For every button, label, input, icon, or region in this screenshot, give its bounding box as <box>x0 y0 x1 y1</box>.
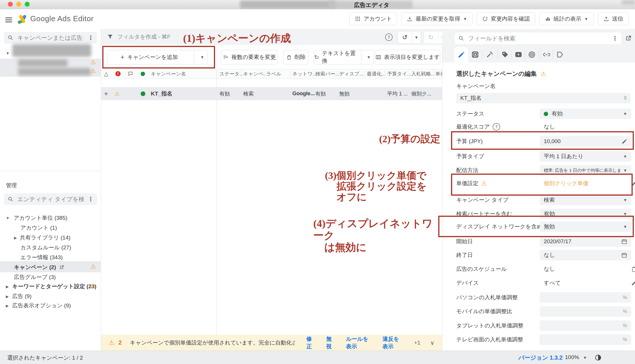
budget-type-dropdown[interactable]: 平均 1 日あたり ▼ <box>540 151 631 162</box>
undo-icon[interactable]: ↺ <box>398 31 412 44</box>
view-stats-button[interactable]: 統計の表示 ▼ <box>539 12 594 25</box>
header-comment-icon[interactable] <box>128 69 133 78</box>
chevron-down-icon[interactable]: ▼ <box>364 55 373 60</box>
undo-history-icon[interactable]: ▼ <box>412 31 421 44</box>
more-options-icon[interactable]: ⋮ <box>612 35 618 41</box>
maximize-window-button[interactable] <box>25 2 30 7</box>
header-search-partners[interactable]: 検索パー... <box>315 69 339 78</box>
display-network-dropdown[interactable]: 無効 ▼ <box>540 221 631 232</box>
status-dropdown[interactable]: 有効 ▼ <box>540 109 631 119</box>
add-campaign-button[interactable]: + キャンペーンを追加 ▼ <box>107 50 208 64</box>
entity-type-search-input[interactable] <box>17 196 84 203</box>
tree-item-ad-groups[interactable]: 広告グループ (3) <box>14 273 56 281</box>
menu-icon[interactable] <box>5 16 12 24</box>
pencil-icon[interactable] <box>631 181 635 186</box>
mobile-bid-adj-input[interactable]: % <box>540 306 631 317</box>
tab-targeting-icon[interactable] <box>528 51 536 58</box>
row-expand-icon[interactable]: + <box>104 87 108 100</box>
tree-item-account-level[interactable]: ▼ アカウント単位 (385) <box>6 214 67 222</box>
chevron-down-icon[interactable]: ▼ <box>197 55 208 60</box>
entity-type-search[interactable]: ⋮ <box>4 193 97 205</box>
campaign-type-dropdown[interactable]: 検索 ▼ <box>540 195 631 205</box>
open-in-new-icon[interactable] <box>59 265 64 270</box>
chevron-down-icon[interactable]: ▼ <box>463 17 467 21</box>
tree-item-account[interactable]: アカウント (1) <box>20 224 57 232</box>
change-columns-button[interactable]: 表示項目を変更します <box>375 50 440 64</box>
header-error-icon[interactable]: ! <box>115 69 121 78</box>
bidding-value-link[interactable]: 個別クリック単価 <box>540 180 631 187</box>
header-label[interactable]: ラベル <box>266 69 281 78</box>
header-changed-icon[interactable]: △ <box>104 69 108 78</box>
tab-labels-icon[interactable] <box>501 51 509 58</box>
tab-tools-wand-icon[interactable] <box>486 51 493 58</box>
pencil-icon[interactable] <box>631 280 635 286</box>
more-warnings-badge[interactable]: +1 <box>414 340 421 346</box>
header-optimization[interactable]: 最適化... <box>367 69 386 78</box>
header-campaign-name[interactable]: キャンペーン名 <box>151 69 186 78</box>
check-changes-button[interactable]: 変更内容を確認 <box>477 12 535 25</box>
campaign-search[interactable]: ⋮ <box>4 32 97 44</box>
more-options-icon[interactable]: ⋮ <box>88 35 94 41</box>
get-recent-changes-button[interactable]: 最新の変更を取得 ▼ <box>401 12 473 25</box>
header-status[interactable]: ステータ... <box>219 69 244 78</box>
ignore-link[interactable]: 無視 <box>326 335 334 350</box>
header-budget-type[interactable]: 予算タイ... <box>387 69 411 78</box>
pencil-icon[interactable] <box>622 139 627 144</box>
calendar-icon[interactable] <box>621 252 627 258</box>
collapse-warnings-icon[interactable]: ∨ <box>430 339 434 346</box>
accounts-button[interactable]: アカウント <box>349 12 397 25</box>
minimize-window-button[interactable] <box>16 2 21 7</box>
tab-tag-icon[interactable] <box>556 51 564 58</box>
tv-bid-adj-input[interactable]: % <box>540 334 631 345</box>
help-icon[interactable]: ? <box>493 123 500 131</box>
end-date-input[interactable]: なし <box>540 250 631 260</box>
row-campaign-name[interactable]: KT_指名 <box>151 87 172 100</box>
tree-item-campaigns[interactable]: キャンペーン (2) <box>14 264 64 271</box>
replace-text-button[interactable]: ↻ テキストを置換 ▼ <box>314 50 374 64</box>
edit-multiple-button[interactable]: 複数の要素を変更 <box>221 50 278 64</box>
start-date-input[interactable]: 2020/07/17 <box>540 236 631 247</box>
tree-item-error-info[interactable]: エラー情報 (343) <box>20 254 63 261</box>
zoom-control[interactable]: 100% ▼ <box>565 354 587 361</box>
header-display[interactable]: ディスプ... <box>339 69 364 78</box>
tree-item-custom-rules[interactable]: カスタムルール (27) <box>20 244 71 251</box>
campaign-search-input[interactable] <box>17 34 84 42</box>
search-partners-dropdown[interactable]: 有効 ▼ <box>540 209 631 219</box>
tree-expand-icon[interactable]: ▶ <box>6 304 9 308</box>
tablet-bid-adj-input[interactable]: % <box>540 320 631 331</box>
open-in-new-icon[interactable] <box>625 35 632 42</box>
dark-mode-toggle-icon[interactable] <box>595 354 602 361</box>
field-search[interactable]: ⋮ <box>455 33 621 44</box>
tab-media-icon[interactable] <box>515 51 522 58</box>
field-search-input[interactable] <box>468 35 609 42</box>
tree-expand-icon[interactable]: ▶ <box>6 294 9 299</box>
filter-icon[interactable] <box>107 34 113 40</box>
show-rules-link[interactable]: ルールを表示 <box>346 335 371 350</box>
tree-item-shared-library[interactable]: ▶ 共有ライブラリ (14) <box>14 234 70 242</box>
close-window-button[interactable] <box>8 2 13 7</box>
header-bid-strategy[interactable]: 入札戦略... <box>411 69 435 78</box>
tree-expand-icon[interactable]: ▶ <box>14 236 17 240</box>
more-options-icon[interactable]: ⋮ <box>88 196 94 202</box>
desktop-bid-adj-input[interactable]: % <box>540 292 631 303</box>
tree-expand-icon[interactable]: ▶ <box>6 284 9 289</box>
delete-button[interactable]: 削除 <box>283 50 308 64</box>
tree-item-ad-extensions[interactable]: ▶ 広告表示オプション (9) <box>6 302 71 309</box>
tab-edit[interactable] <box>454 47 468 62</box>
clipboard-icon[interactable] <box>631 266 635 272</box>
tab-bid-adjustments-icon[interactable] <box>471 51 479 58</box>
create-filter-label[interactable]: フィルタを作成 - ⌘F <box>117 33 171 41</box>
show-violations-link[interactable]: 違反を表示 <box>382 335 403 350</box>
tree-collapse-icon[interactable]: ▼ <box>6 51 10 55</box>
fix-link[interactable]: 修正 <box>306 335 314 350</box>
post-button[interactable]: 送信 <box>598 12 629 25</box>
version-link[interactable]: バージョン 1.3.2 <box>518 354 563 362</box>
chevron-down-icon[interactable]: ▼ <box>584 17 588 21</box>
header-status-icon[interactable] <box>141 69 145 78</box>
tree-item-ads[interactable]: ▶ 広告 (9) <box>6 293 32 300</box>
campaign-name-input[interactable]: KT_指名 9 <box>456 93 631 103</box>
delivery-dropdown[interactable]: 標準: 広告を 1 日の中で均等に表示しま ▼ <box>540 165 631 176</box>
tab-urls-link-icon[interactable] <box>543 51 550 58</box>
tree-item-keywords-targets[interactable]: ▶ キーワードとターゲット設定 (23) <box>6 283 96 290</box>
help-icon[interactable]: ? <box>385 33 393 41</box>
